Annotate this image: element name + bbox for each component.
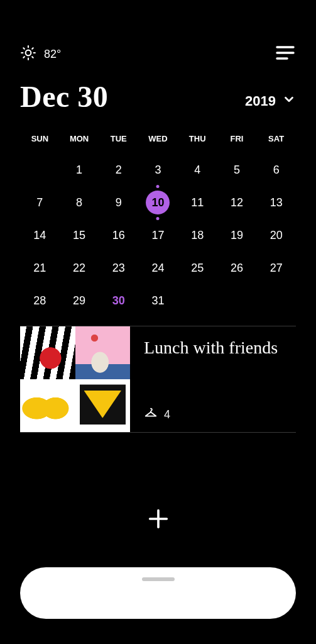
weather-temp: 82°	[44, 48, 61, 61]
calendar-day[interactable]: 7	[20, 186, 60, 219]
event-thumb	[20, 379, 75, 432]
current-date: Dec 30	[20, 79, 108, 114]
calendar-day[interactable]: 31	[138, 284, 178, 317]
calendar-day[interactable]: 20	[256, 219, 296, 252]
weekday-header: MON	[60, 128, 99, 153]
calendar-day[interactable]: 26	[217, 252, 257, 284]
calendar-day[interactable]: 6	[256, 153, 296, 186]
weekday-header: SUN	[20, 128, 60, 153]
svg-line-8	[32, 48, 33, 49]
year-label: 2019	[245, 93, 276, 109]
calendar-day[interactable]: 11	[178, 186, 217, 219]
hanger-icon	[144, 406, 158, 423]
calendar-day[interactable]: 27	[256, 252, 296, 284]
event-thumb	[20, 326, 75, 379]
event-card[interactable]: Lunch with friends 4	[20, 326, 296, 433]
calendar-day[interactable]: 22	[60, 252, 99, 284]
chevron-down-icon	[282, 92, 296, 110]
sun-icon	[20, 45, 36, 64]
event-thumb	[75, 379, 131, 432]
event-title: Lunch with friends	[144, 338, 291, 358]
event-meta: 4	[144, 406, 291, 423]
calendar-day[interactable]: 3	[138, 153, 178, 186]
bottom-sheet[interactable]	[20, 567, 296, 619]
calendar-day[interactable]: 8	[60, 186, 99, 219]
calendar-day[interactable]: 5	[217, 153, 257, 186]
svg-line-7	[23, 57, 25, 58]
calendar-day[interactable]: 14	[20, 219, 60, 252]
weather-widget[interactable]: 82°	[20, 45, 61, 64]
calendar-day[interactable]: 23	[99, 252, 138, 284]
menu-button[interactable]	[275, 44, 296, 64]
calendar-day[interactable]: 24	[138, 252, 178, 284]
weekday-header: SAT	[256, 128, 296, 153]
event-thumb	[75, 326, 131, 379]
calendar-day[interactable]: 1	[60, 153, 99, 186]
calendar-day[interactable]: 4	[178, 153, 217, 186]
svg-point-0	[26, 50, 31, 55]
weekday-header: FRI	[217, 128, 257, 153]
calendar-day[interactable]: 29	[60, 284, 99, 317]
calendar-day[interactable]: 12	[217, 186, 257, 219]
calendar-day[interactable]: 16	[99, 219, 138, 252]
event-items-count: 4	[164, 408, 170, 421]
calendar-day[interactable]: 21	[20, 252, 60, 284]
calendar-day[interactable]: 28	[20, 284, 60, 317]
calendar-day[interactable]: 15	[60, 219, 99, 252]
weekday-header: WED	[138, 128, 178, 153]
add-button[interactable]	[146, 506, 171, 534]
sheet-grabber[interactable]	[142, 577, 175, 581]
calendar-day[interactable]: 10	[138, 186, 178, 219]
calendar-day[interactable]: 2	[99, 153, 138, 186]
calendar-day[interactable]: 30	[99, 284, 138, 317]
calendar-day-empty	[20, 153, 60, 186]
calendar-day[interactable]: 9	[99, 186, 138, 219]
weekday-header: THU	[178, 128, 217, 153]
year-selector[interactable]: 2019	[245, 92, 296, 114]
calendar-day[interactable]: 17	[138, 219, 178, 252]
calendar-day[interactable]: 18	[178, 219, 217, 252]
calendar-grid: SUNMONTUEWEDTHUFRISAT1234567891011121314…	[20, 128, 296, 317]
svg-line-5	[23, 48, 25, 49]
calendar-day[interactable]: 13	[256, 186, 296, 219]
event-thumbnails	[20, 326, 130, 432]
weekday-header: TUE	[99, 128, 138, 153]
calendar-day[interactable]: 19	[217, 219, 257, 252]
calendar-day[interactable]: 25	[178, 252, 217, 284]
svg-line-6	[32, 57, 33, 58]
